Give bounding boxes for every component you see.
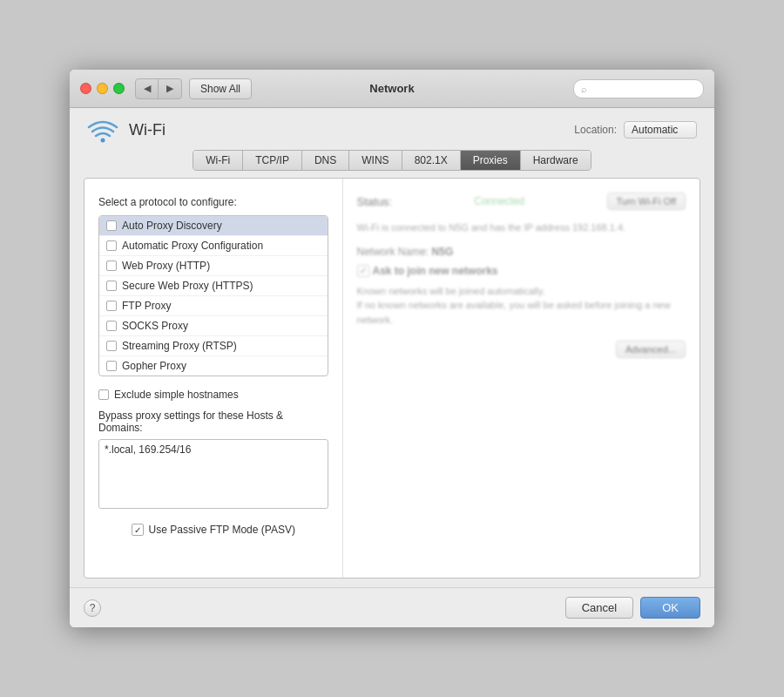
search-icon: ⌕ [581,84,587,94]
status-row: Status: Connected Turn Wi-Fi Off [357,193,686,210]
exclude-hostnames-label: Exclude simple hostnames [114,389,239,401]
proxies-panel: Select a protocol to configure: Auto Pro… [84,179,343,578]
ftp-proxy-checkbox[interactable] [106,301,117,311]
protocol-socks-proxy[interactable]: SOCKS Proxy [99,316,328,336]
web-proxy-http-label: Web Proxy (HTTP) [122,260,210,272]
status-label: Status: [357,195,392,208]
tab-proxies[interactable]: Proxies [461,151,521,170]
status-value: Connected [474,195,524,207]
exclude-hostnames-checkbox[interactable] [98,389,109,400]
gopher-proxy-checkbox[interactable] [106,361,117,371]
secure-web-proxy-label: Secure Web Proxy (HTTPS) [122,280,253,292]
auto-proxy-discovery-checkbox[interactable] [106,220,117,231]
bottom-buttons: Cancel OK [565,597,700,619]
close-button[interactable] [80,83,91,94]
bypass-textarea[interactable]: *.local, 169.254/16 [98,439,328,509]
traffic-lights [80,83,125,94]
content-wrapper: Wi-Fi Location: Automatic Wi-Fi TCP/IP D… [70,108,714,587]
pasv-row: Use Passive FTP Mode (PASV) [98,524,328,536]
search-input[interactable] [591,83,696,95]
wifi-icon [87,117,118,143]
socks-proxy-checkbox[interactable] [106,321,117,331]
tab-8021x[interactable]: 802.1X [402,151,461,170]
device-header: Wi-Fi Location: Automatic [84,117,700,143]
tab-hardware[interactable]: Hardware [521,151,591,170]
device-name: Wi-Fi [129,121,166,139]
automatic-proxy-config-checkbox[interactable] [106,240,117,251]
protocol-auto-proxy-discovery[interactable]: Auto Proxy Discovery [99,216,328,236]
forward-icon: ▶ [166,83,173,94]
streaming-proxy-checkbox[interactable] [106,341,117,351]
window-title: Network [369,82,414,95]
main-panel: Select a protocol to configure: Auto Pro… [84,178,700,579]
protocol-secure-web-proxy[interactable]: Secure Web Proxy (HTTPS) [99,276,328,296]
forward-button[interactable]: ▶ [159,79,181,98]
help-button[interactable]: ? [84,599,101,617]
protocol-list: Auto Proxy Discovery Automatic Proxy Con… [98,215,328,376]
back-icon: ◀ [144,83,151,94]
secure-web-proxy-checkbox[interactable] [106,281,117,291]
ftp-proxy-label: FTP Proxy [122,300,171,312]
protocol-ftp-proxy[interactable]: FTP Proxy [99,296,328,316]
ok-button[interactable]: OK [640,597,700,619]
minimize-button[interactable] [97,83,108,94]
advanced-button[interactable]: Advanced... [616,341,686,358]
pasv-label: Use Passive FTP Mode (PASV) [149,524,295,536]
gopher-proxy-label: Gopher Proxy [122,360,186,372]
show-all-button[interactable]: Show All [189,78,252,99]
protocol-automatic-proxy-config[interactable]: Automatic Proxy Configuration [99,236,328,256]
location-select[interactable]: Automatic [624,121,697,139]
network-window: ◀ ▶ Show All Network ⌕ Wi-Fi [70,70,714,627]
exclude-hostnames-row: Exclude simple hostnames [98,389,328,401]
web-proxy-http-checkbox[interactable] [106,261,117,271]
bypass-label: Bypass proxy settings for these Hosts & … [98,409,328,434]
automatic-proxy-config-label: Automatic Proxy Configuration [122,240,263,252]
tab-wifi[interactable]: Wi-Fi [193,151,243,170]
socks-proxy-label: SOCKS Proxy [122,320,188,332]
turn-off-button[interactable]: Turn Wi-Fi Off [607,193,686,210]
auto-proxy-discovery-label: Auto Proxy Discovery [122,220,222,232]
cancel-button[interactable]: Cancel [565,597,633,619]
back-button[interactable]: ◀ [136,79,159,98]
svg-point-0 [101,139,105,143]
location-label: Location: [574,124,617,136]
maximize-button[interactable] [113,83,125,94]
tab-dns[interactable]: DNS [302,151,349,170]
tab-tcpip[interactable]: TCP/IP [243,151,302,170]
bottom-bar: ? Cancel OK [70,587,714,627]
streaming-proxy-label: Streaming Proxy (RTSP) [122,340,237,352]
pasv-checkbox[interactable] [132,524,144,536]
nav-buttons: ◀ ▶ [135,78,182,99]
right-panel: Status: Connected Turn Wi-Fi Off Wi-Fi i… [343,179,700,578]
proxies-section-label: Select a protocol to configure: [98,196,328,208]
tab-wins[interactable]: WINS [349,151,402,170]
protocol-web-proxy-http[interactable]: Web Proxy (HTTP) [99,256,328,276]
search-box[interactable]: ⌕ [573,79,704,98]
protocol-streaming-proxy[interactable]: Streaming Proxy (RTSP) [99,336,328,356]
tabs-container: Wi-Fi TCP/IP DNS WINS 802.1X Proxies Har… [84,150,700,171]
tab-bar: Wi-Fi TCP/IP DNS WINS 802.1X Proxies Har… [193,150,591,171]
protocol-gopher-proxy[interactable]: Gopher Proxy [99,356,328,376]
titlebar: ◀ ▶ Show All Network ⌕ [70,70,714,108]
